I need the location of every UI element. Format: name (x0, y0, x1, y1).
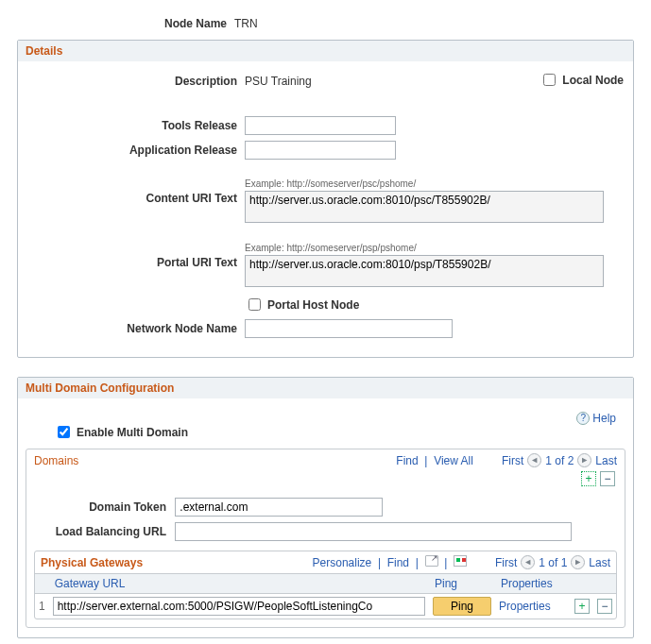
details-section: Details Description PSU Training Local N… (17, 40, 634, 358)
description-value: PSU Training (245, 75, 312, 88)
description-label: Description (27, 75, 245, 88)
gateways-prev-button[interactable]: ◄ (521, 555, 535, 569)
local-node-label: Local Node (562, 74, 624, 87)
domains-remove-button[interactable]: − (600, 471, 615, 486)
network-node-label: Network Node Name (27, 322, 245, 335)
gateway-url-input[interactable] (53, 597, 425, 616)
content-uri-label: Content URI Text (27, 178, 245, 205)
domains-prev-button[interactable]: ◄ (527, 453, 541, 467)
details-header: Details (18, 41, 633, 61)
node-name-label: Node Name (17, 17, 234, 30)
properties-link[interactable]: Properties (499, 600, 551, 613)
portal-host-label: Portal Host Node (267, 298, 359, 312)
domains-find-link[interactable]: Find (396, 454, 418, 467)
gateway-row: 1 Ping Properties + − (35, 594, 616, 619)
local-node-checkbox[interactable] (543, 74, 556, 86)
row-number: 1 (35, 594, 49, 619)
enable-multi-domain-label: Enable Multi Domain (77, 426, 188, 439)
download-icon[interactable] (454, 555, 467, 567)
help-link[interactable]: Help (592, 412, 616, 425)
col-gateway-url[interactable]: Gateway URL (49, 574, 429, 594)
app-release-input[interactable] (245, 141, 396, 160)
zoom-icon[interactable] (425, 555, 438, 567)
portal-uri-input[interactable] (245, 255, 604, 287)
domains-next-button[interactable]: ► (577, 453, 591, 467)
gateways-first-link[interactable]: First (495, 556, 517, 569)
domains-viewall-link[interactable]: View All (434, 454, 473, 467)
domains-first-link[interactable]: First (502, 454, 523, 467)
gateways-personalize-link[interactable]: Personalize (313, 556, 372, 569)
gateways-find-link[interactable]: Find (387, 556, 409, 569)
gateways-position: 1 of 1 (539, 556, 567, 569)
portal-uri-example: Example: http://someserver/psp/pshome/ (245, 243, 604, 253)
network-node-input (245, 319, 453, 338)
domain-token-label: Domain Token (49, 500, 172, 514)
col-ping[interactable]: Ping (429, 574, 495, 594)
mdc-header: Multi Domain Configuration (18, 378, 633, 398)
portal-host-checkbox[interactable] (248, 298, 261, 311)
enable-multi-domain-checkbox[interactable] (58, 426, 70, 438)
node-name-value: TRN (234, 17, 258, 30)
col-properties[interactable]: Properties (495, 574, 571, 594)
domains-position: 1 of 2 (545, 454, 574, 467)
mdc-section: Multi Domain Configuration ? Help Enable… (17, 377, 634, 638)
gateway-add-button[interactable]: + (574, 599, 590, 614)
ping-button[interactable]: Ping (433, 597, 491, 616)
lb-url-label: Load Balancing URL (49, 525, 172, 538)
gateways-next-button[interactable]: ► (571, 555, 585, 569)
tools-release-label: Tools Release (27, 119, 245, 132)
gateways-title: Physical Gateways (41, 556, 150, 569)
domains-grid: Domains Find | View All First ◄ 1 of 2 ►… (26, 449, 625, 628)
content-uri-input[interactable] (245, 191, 604, 223)
gateways-last-link[interactable]: Last (589, 556, 610, 569)
tools-release-input[interactable] (245, 116, 396, 135)
domains-add-button[interactable]: + (581, 471, 596, 486)
domains-last-link[interactable]: Last (595, 454, 617, 467)
content-uri-example: Example: http://someserver/psc/pshome/ (245, 178, 604, 189)
app-release-label: Application Release (27, 144, 245, 157)
gateway-remove-button[interactable]: − (597, 599, 612, 614)
gateways-grid: Physical Gateways Personalize | Find | | (34, 551, 617, 619)
domain-token-input[interactable] (175, 498, 383, 517)
domains-title: Domains (34, 454, 116, 467)
portal-uri-label: Portal URI Text (27, 243, 245, 269)
lb-url-input[interactable] (175, 522, 572, 541)
